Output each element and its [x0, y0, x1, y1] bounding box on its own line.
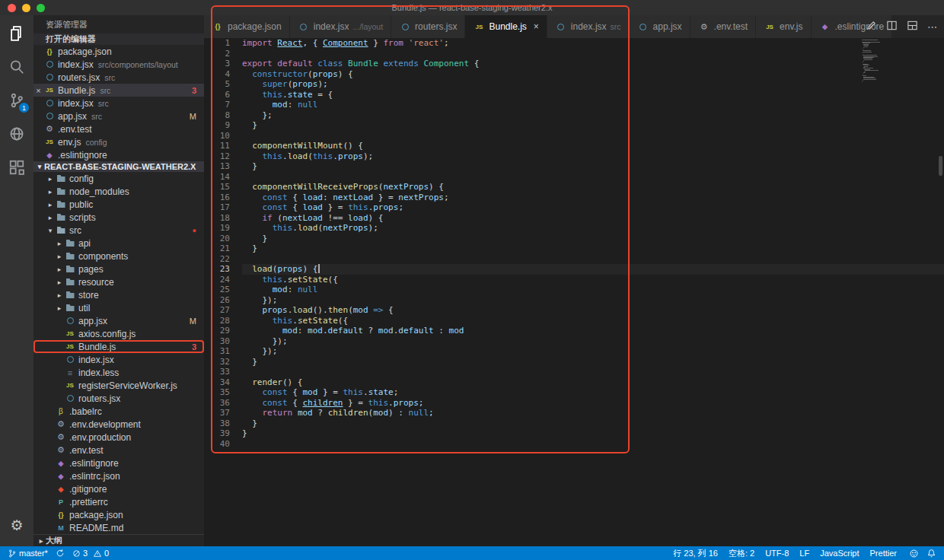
file-name: app.jsx	[58, 111, 87, 122]
project-root-row[interactable]: ▾ REACT-BASE-STAGING-WEATHER2.X	[33, 161, 204, 172]
code-editor[interactable]: 1234567891011121314151617181920212223242…	[204, 38, 944, 546]
window-scrollbar[interactable]	[939, 156, 942, 176]
code-line-31: });	[242, 346, 944, 357]
tree-item-node_modules[interactable]: ▸node_modules	[33, 185, 204, 198]
tree-item-axios.config.js[interactable]: JSaxios.config.js	[33, 327, 204, 340]
tree-item-util[interactable]: ▸util	[33, 301, 204, 314]
tab-routers.jsx[interactable]: routers.jsx	[391, 15, 465, 38]
tree-item-resource[interactable]: ▸resource	[33, 275, 204, 288]
tree-item-store[interactable]: ▸store	[33, 288, 204, 301]
tree-item-registerServiceWorker.js[interactable]: JSregisterServiceWorker.js	[33, 379, 204, 392]
tree-item-config[interactable]: ▸config	[33, 172, 204, 185]
tree-item-Bundle.js[interactable]: JSBundle.js3	[33, 340, 204, 353]
source-control-icon[interactable]: 1	[5, 90, 29, 111]
tab-package.json[interactable]: {}package.json	[204, 15, 290, 38]
tab-index.jsx[interactable]: index.jsx.../layout	[290, 15, 391, 38]
editor-layout-icon[interactable]	[907, 20, 918, 33]
problems-item[interactable]: 3 0	[72, 549, 109, 558]
open-editor-package.json[interactable]: {}package.json	[33, 45, 204, 58]
json-file-icon: {}	[55, 509, 67, 521]
code-line-5: super(props);	[242, 79, 944, 90]
code-content[interactable]: import React, { Component } from 'react'…	[239, 38, 944, 546]
file-name: README.md	[69, 523, 123, 533]
react-file-icon	[555, 21, 567, 33]
tab-label: .env.test	[714, 21, 748, 32]
tree-item-.env.test[interactable]: ⚙.env.test	[33, 444, 204, 457]
tab-label: env.js	[780, 21, 802, 32]
tree-item-app.jsx[interactable]: app.jsxM	[33, 314, 204, 327]
eslint-file-icon: ◆	[55, 470, 67, 482]
tab-app.jsx[interactable]: app.jsx	[630, 15, 690, 38]
tab-env.js[interactable]: JSenv.js	[756, 15, 811, 38]
explorer-icon[interactable]	[5, 23, 29, 44]
tree-item-index.jsx[interactable]: index.jsx	[33, 353, 204, 366]
close-tab-icon[interactable]: ×	[534, 21, 539, 32]
gear-file-icon: ⚙	[55, 431, 67, 444]
eslint-file-icon: ◆	[55, 457, 67, 469]
tab-index.jsx[interactable]: index.jsxsrc	[547, 15, 630, 38]
open-editor-index.jsx[interactable]: index.jsxsrc/components/layout	[33, 58, 204, 71]
tree-item-.env.development[interactable]: ⚙.env.development	[33, 418, 204, 431]
tab-.env.test[interactable]: ⚙.env.test	[690, 15, 756, 38]
code-line-11: componentWillMount() {	[242, 141, 944, 151]
split-editor-icon[interactable]	[886, 20, 898, 33]
file-name: scripts	[69, 212, 96, 223]
sync-icon[interactable]	[56, 549, 65, 558]
maximize-window-button[interactable]	[37, 4, 45, 12]
feedback-smiley-icon[interactable]	[909, 549, 919, 558]
prettier-file-icon: P	[55, 496, 67, 508]
minimap[interactable]	[862, 40, 897, 84]
tab-Bundle.js[interactable]: JSBundle.js×	[465, 15, 547, 38]
tree-item-components[interactable]: ▸components	[33, 250, 204, 262]
tree-item-.prettierrc[interactable]: P.prettierrc	[33, 495, 204, 508]
code-line-3: export default class Bundle extends Comp…	[242, 59, 944, 69]
open-editor-routers.jsx[interactable]: routers.jsxsrc	[33, 71, 204, 84]
tree-item-routers.jsx[interactable]: routers.jsx	[33, 392, 204, 405]
file-name: app.jsx	[78, 316, 107, 326]
search-icon[interactable]	[5, 56, 29, 78]
file-name: package.json	[69, 510, 123, 520]
status-item-3[interactable]: LF	[799, 549, 809, 558]
tree-item-public[interactable]: ▸public	[33, 198, 204, 211]
tree-item-api[interactable]: ▸api	[33, 237, 204, 250]
react-file-icon	[43, 97, 56, 110]
tree-item-scripts[interactable]: ▸scripts	[33, 211, 204, 224]
tree-item-package.json[interactable]: {}package.json	[33, 508, 204, 521]
outline-section-header[interactable]: ▸ 大纲	[33, 534, 204, 546]
tree-item-src[interactable]: ▾src●	[33, 224, 204, 237]
close-window-button[interactable]	[8, 4, 16, 12]
pencil-icon[interactable]	[866, 20, 877, 33]
status-item-0[interactable]: 行 23, 列 16	[673, 548, 718, 559]
open-editors-header[interactable]: 打开的编辑器	[33, 33, 204, 45]
open-editor-Bundle.js[interactable]: ×JSBundle.jssrc3	[33, 84, 204, 97]
editor-actions: ⋯	[866, 15, 938, 38]
react-file-icon	[64, 393, 76, 405]
notifications-bell-icon[interactable]	[926, 549, 936, 558]
status-item-5[interactable]: Prettier	[870, 549, 897, 558]
extensions-icon[interactable]	[5, 157, 29, 178]
warning-triangle-icon	[93, 549, 102, 558]
open-editor-.env.test[interactable]: ⚙.env.test	[33, 123, 204, 135]
status-item-4[interactable]: JavaScript	[820, 549, 859, 558]
tree-item-README.md[interactable]: MREADME.md	[33, 521, 204, 534]
problem-count-badge: 3	[192, 342, 199, 352]
settings-gear-icon[interactable]: ⚙	[5, 514, 29, 536]
open-editor-app.jsx[interactable]: app.jsxsrcM	[33, 110, 204, 123]
tree-item-.babelrc[interactable]: β.babelrc	[33, 405, 204, 418]
tree-item-.env.production[interactable]: ⚙.env.production	[33, 431, 204, 444]
minimize-window-button[interactable]	[22, 4, 30, 12]
more-actions-icon[interactable]: ⋯	[927, 21, 938, 33]
git-branch-item[interactable]: master*	[8, 549, 48, 558]
globe-icon[interactable]	[5, 123, 29, 145]
open-editor-index.jsx[interactable]: index.jsxsrc	[33, 97, 204, 110]
tree-item-pages[interactable]: ▸pages	[33, 262, 204, 275]
tree-item-.eslintrc.json[interactable]: ◆.eslintrc.json	[33, 469, 204, 482]
tree-item-.eslintignore[interactable]: ◆.eslintignore	[33, 457, 204, 469]
tree-item-.gitignore[interactable]: ◆.gitignore	[33, 482, 204, 495]
open-editor-.eslintignore[interactable]: ◆.eslintignore	[33, 148, 204, 161]
open-editor-env.js[interactable]: JSenv.jsconfig	[33, 135, 204, 148]
status-item-1[interactable]: 空格: 2	[729, 548, 754, 559]
status-item-2[interactable]: UTF-8	[765, 549, 789, 558]
close-editor-icon[interactable]: ×	[33, 86, 43, 95]
tree-item-index.less[interactable]: ≡index.less	[33, 366, 204, 379]
